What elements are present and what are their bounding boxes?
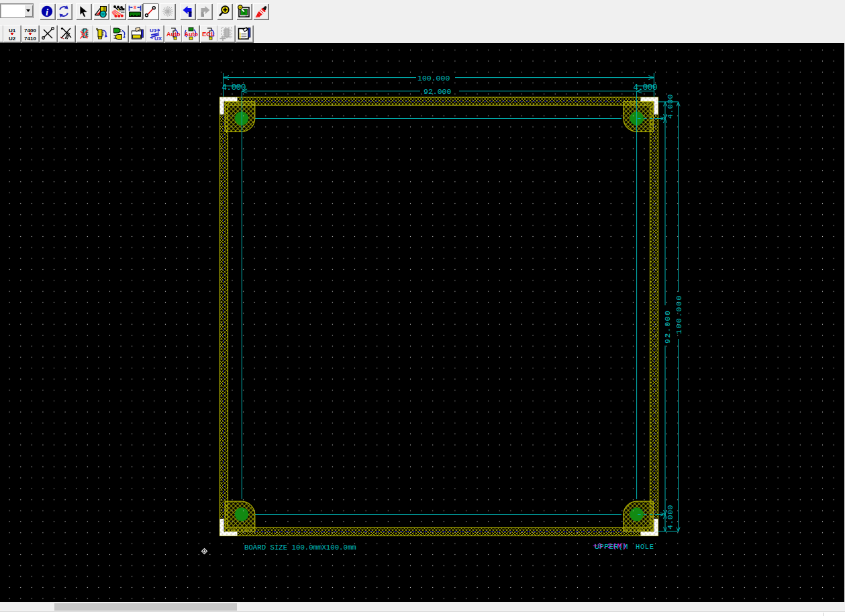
svg-text:Auto: Auto [166,31,181,38]
svg-text:7400: 7400 [24,28,36,34]
svg-text:U1: U1 [9,28,16,34]
svg-text:UX: UX [154,36,162,42]
svg-text:Auto: Auto [185,31,199,38]
svg-text:U2: U2 [9,36,16,41]
svg-text:7410: 7410 [24,36,36,41]
svg-text:ECL: ECL [202,30,215,38]
